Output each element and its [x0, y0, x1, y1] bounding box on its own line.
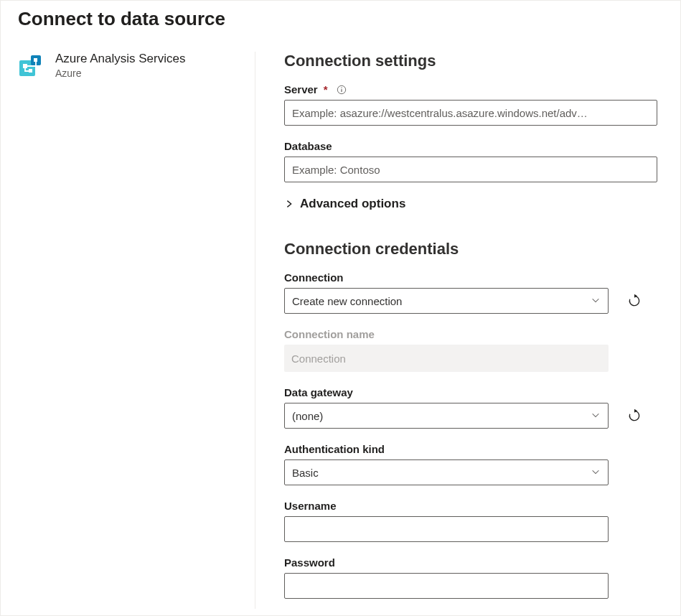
connector-panel: Azure Analysis Services Azure	[18, 52, 255, 609]
auth-value: Basic	[292, 467, 319, 479]
server-label: Server *	[284, 83, 657, 95]
gateway-select[interactable]: (none)	[284, 403, 609, 429]
connector-row: Azure Analysis Services Azure	[18, 52, 240, 79]
server-label-text: Server	[284, 83, 318, 95]
connector-category: Azure	[55, 67, 185, 79]
server-input[interactable]	[284, 100, 657, 126]
auth-select[interactable]: Basic	[284, 459, 609, 485]
svg-rect-2	[23, 64, 27, 68]
database-label: Database	[284, 140, 657, 152]
username-label: Username	[284, 500, 657, 512]
credentials-title: Connection credentials	[284, 240, 657, 258]
auth-label: Authentication kind	[284, 443, 657, 455]
info-icon[interactable]	[337, 85, 347, 95]
server-required-star: *	[324, 83, 328, 95]
connection-name-input	[284, 345, 609, 372]
chevron-down-icon	[591, 467, 601, 479]
svg-rect-7	[341, 87, 342, 88]
password-input[interactable]	[284, 573, 609, 599]
connector-title: Azure Analysis Services	[55, 52, 185, 66]
password-label: Password	[284, 556, 657, 569]
connection-label: Connection	[284, 271, 657, 284]
connection-value: Create new connection	[292, 295, 402, 307]
advanced-options-toggle[interactable]: Advanced options	[284, 197, 657, 211]
connection-name-label: Connection name	[284, 328, 657, 340]
settings-title: Connection settings	[284, 52, 657, 70]
connection-select[interactable]: Create new connection	[284, 288, 609, 314]
azure-analysis-services-icon	[18, 53, 44, 79]
database-input[interactable]	[284, 157, 657, 182]
gateway-label: Data gateway	[284, 386, 657, 398]
advanced-options-label: Advanced options	[300, 197, 405, 211]
refresh-gateway-button[interactable]	[621, 403, 647, 429]
refresh-connection-button[interactable]	[621, 288, 647, 314]
username-input[interactable]	[284, 516, 609, 542]
chevron-down-icon	[591, 410, 601, 422]
chevron-down-icon	[591, 295, 601, 307]
svg-rect-6	[341, 89, 342, 92]
gateway-value: (none)	[292, 410, 323, 422]
chevron-right-icon	[284, 198, 296, 210]
page-title: Connect to data source	[1, 1, 680, 36]
